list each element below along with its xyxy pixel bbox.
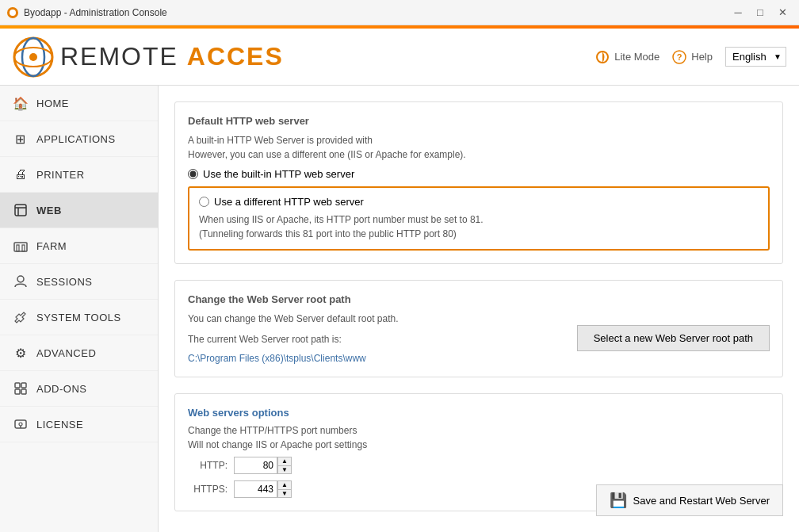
http-port-input[interactable] [234,457,277,474]
language-selector[interactable]: English French German Spanish ▼ [725,47,786,67]
http-port-label: HTTP: [188,460,227,471]
printer-icon: 🖨 [13,166,29,182]
path-desc2: The current Web Server root path is: [188,332,564,346]
https-port-down[interactable]: ▼ [277,489,292,498]
sidebar-label-system-tools: SYSTEM TOOLS [36,312,121,323]
http-port-input-wrap: ▲ ▼ [234,457,292,474]
radio-builtin: Use the built-in HTTP web server [188,168,770,180]
sidebar-item-advanced[interactable]: ⚙ ADVANCED [0,335,158,371]
sidebar-item-add-ons[interactable]: ADD-ONS [0,371,158,407]
svg-point-5 [29,53,37,61]
app-header: REMOTE ACCES Lite Mode ? Help English Fr… [0,29,799,86]
svg-point-21 [19,423,22,426]
lite-mode-button[interactable]: Lite Mode [595,50,659,64]
logo-icon [13,36,54,78]
sidebar-item-system-tools[interactable]: SYSTEM TOOLS [0,300,158,335]
sessions-icon [13,274,29,289]
path-row: You can change the Web Server default ro… [188,312,770,364]
advanced-icon: ⚙ [13,345,29,361]
lite-mode-label: Lite Mode [614,51,659,63]
https-port-spinner: ▲ ▼ [277,480,292,498]
logo-area: REMOTE ACCES [13,36,284,78]
http-port-up[interactable]: ▲ [277,457,292,465]
sidebar-label-license: LICENSE [36,419,83,431]
radio-builtin-label[interactable]: Use the built-in HTTP web server [203,168,354,180]
language-select[interactable]: English French German Spanish [725,47,786,67]
web-icon [13,202,29,218]
sidebar-item-printer[interactable]: 🖨 PRINTER [0,157,158,193]
http-section-title: Default HTTP web server [188,115,770,127]
title-bar: Byodapp - Administration Console ─ □ ✕ [0,0,799,25]
svg-rect-17 [21,383,26,388]
sidebar: 🏠 HOME ⊞ APPLICATIONS 🖨 PRINTER WEB [0,86,159,532]
logo-acces: ACCES [187,42,284,71]
license-icon [13,416,29,432]
sidebar-label-farm: FARM [36,240,67,252]
options-desc1: Change the HTTP/HTTPS port numbers [188,425,770,436]
svg-rect-9 [15,205,26,216]
radio-builtin-input[interactable] [188,169,198,179]
close-button[interactable]: ✕ [772,5,793,21]
app-icon [6,6,19,19]
sidebar-label-home: HOME [36,98,69,109]
title-bar-left: Byodapp - Administration Console [6,6,167,19]
help-icon: ? [672,50,686,64]
help-button[interactable]: ? Help [672,50,713,64]
options-title: Web servers options [188,407,770,419]
home-icon: 🏠 [13,95,29,111]
path-section: Change the Web Server root path You can … [174,280,783,377]
system-tools-icon [13,309,29,325]
sidebar-label-add-ons: ADD-ONS [36,383,86,395]
https-port-up[interactable]: ▲ [277,480,292,489]
select-path-button[interactable]: Select a new Web Server root path [577,325,770,351]
svg-rect-18 [15,389,20,394]
svg-rect-16 [15,383,20,388]
svg-rect-14 [22,245,25,251]
options-desc2: Will not change IIS or Apache port setti… [188,439,770,450]
farm-icon [13,238,29,254]
http-port-spinner: ▲ ▼ [277,457,292,474]
header-right: Lite Mode ? Help English French German S… [595,47,786,67]
svg-rect-19 [21,389,26,394]
https-port-input[interactable] [234,480,277,498]
path-info: You can change the Web Server default ro… [188,312,564,364]
sidebar-label-web: WEB [36,205,62,216]
https-port-label: HTTPS: [188,484,227,495]
app-body: 🏠 HOME ⊞ APPLICATIONS 🖨 PRINTER WEB [0,86,799,532]
sidebar-item-farm[interactable]: FARM [0,228,158,264]
sidebar-item-sessions[interactable]: SESSIONS [0,264,158,300]
lite-mode-icon [595,50,610,64]
sidebar-label-printer: PRINTER [36,169,85,181]
logo-remote: REMOTE [60,42,178,71]
logo-text: REMOTE ACCES [60,42,284,71]
add-ons-icon [13,381,29,396]
main-content: Default HTTP web server A built-in HTTP … [159,86,799,532]
http-port-row: HTTP: ▲ ▼ [188,457,770,474]
http-section: Default HTTP web server A built-in HTTP … [174,101,783,264]
sidebar-item-license[interactable]: LICENSE [0,407,158,442]
maximize-button[interactable]: □ [750,5,770,21]
save-area: 💾 Save and Restart Web Server [596,484,783,516]
http-port-down[interactable]: ▼ [277,465,292,474]
highlight-box: Use a different HTTP web server When usi… [188,186,770,251]
svg-rect-12 [14,243,27,251]
https-port-input-wrap: ▲ ▼ [234,480,292,498]
help-label: Help [691,51,713,63]
minimize-button[interactable]: ─ [728,5,748,21]
sidebar-item-applications[interactable]: ⊞ APPLICATIONS [0,121,158,157]
sidebar-item-web[interactable]: WEB [0,193,158,228]
sidebar-label-advanced: ADVANCED [36,347,96,359]
title-bar-text: Byodapp - Administration Console [24,7,167,18]
path-section-title: Change the Web Server root path [188,293,770,305]
radio-different-label[interactable]: Use a different HTTP web server [214,196,364,208]
highlight-desc: When using IIS or Apache, its HTTP port … [199,212,759,241]
applications-icon: ⊞ [13,131,29,147]
sidebar-label-applications: APPLICATIONS [36,133,116,145]
svg-rect-13 [17,245,19,251]
sidebar-item-home[interactable]: 🏠 HOME [0,86,158,121]
radio-different-input[interactable] [199,197,209,207]
save-restart-button[interactable]: 💾 Save and Restart Web Server [596,484,783,516]
window-controls: ─ □ ✕ [728,5,793,21]
save-icon: 💾 [610,492,627,509]
svg-point-15 [17,276,24,282]
